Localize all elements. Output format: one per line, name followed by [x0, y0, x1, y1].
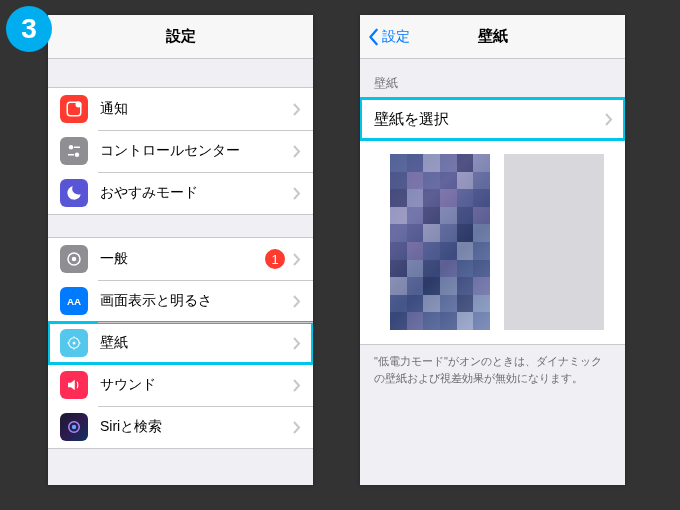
- chevron-right-icon: [293, 295, 301, 308]
- chevron-right-icon: [293, 337, 301, 350]
- row-label: おやすみモード: [100, 184, 293, 202]
- settings-row-control-center[interactable]: コントロールセンター: [48, 130, 313, 172]
- chevron-right-icon: [293, 145, 301, 158]
- svg-point-10: [73, 342, 76, 345]
- settings-screen: 設定 通知 コントロールセンター おやすみモード: [48, 15, 313, 485]
- svg-text:AA: AA: [67, 296, 81, 307]
- row-label: 壁紙を選択: [374, 110, 605, 129]
- row-label: 壁紙: [100, 334, 293, 352]
- row-label: Siriと検索: [100, 418, 293, 436]
- lock-screen-preview[interactable]: [390, 154, 490, 330]
- siri-icon: [60, 413, 88, 441]
- svg-point-2: [69, 145, 74, 150]
- chevron-right-icon: [293, 187, 301, 200]
- control-center-icon: [60, 137, 88, 165]
- svg-rect-5: [68, 154, 74, 156]
- back-button[interactable]: 設定: [368, 28, 410, 46]
- svg-point-7: [72, 257, 77, 262]
- chevron-right-icon: [293, 379, 301, 392]
- chevron-right-icon: [293, 421, 301, 434]
- row-label: 通知: [100, 100, 293, 118]
- chevron-right-icon: [293, 253, 301, 266]
- wallpaper-icon: [60, 329, 88, 357]
- back-label: 設定: [382, 28, 410, 46]
- settings-group-2: 一般 1 AA 画面表示と明るさ 壁紙 サウンド: [48, 237, 313, 449]
- navbar: 設定: [48, 15, 313, 59]
- step-badge: 3: [6, 6, 52, 52]
- display-icon: AA: [60, 287, 88, 315]
- settings-row-wallpaper[interactable]: 壁紙: [48, 322, 313, 364]
- svg-rect-3: [74, 147, 80, 149]
- svg-point-16: [72, 425, 77, 430]
- svg-point-4: [75, 153, 80, 158]
- settings-row-general[interactable]: 一般 1: [48, 238, 313, 280]
- dnd-icon: [60, 179, 88, 207]
- wallpaper-previews: [360, 140, 625, 345]
- svg-point-1: [76, 102, 82, 108]
- wallpaper-screen: 設定 壁紙 壁紙 壁紙を選択 "低電力モード"がオンのときは、ダイナミックの壁紙…: [360, 15, 625, 485]
- settings-group-1: 通知 コントロールセンター おやすみモード: [48, 87, 313, 215]
- sound-icon: [60, 371, 88, 399]
- settings-row-display[interactable]: AA 画面表示と明るさ: [48, 280, 313, 322]
- row-label: 画面表示と明るさ: [100, 292, 293, 310]
- notification-badge: 1: [265, 249, 285, 269]
- row-label: サウンド: [100, 376, 293, 394]
- navbar: 設定 壁紙: [360, 15, 625, 59]
- chevron-right-icon: [293, 103, 301, 116]
- footnote: "低電力モード"がオンのときは、ダイナミックの壁紙および視差効果が無効になります…: [360, 345, 625, 394]
- settings-row-sound[interactable]: サウンド: [48, 364, 313, 406]
- navbar-title: 設定: [48, 27, 313, 46]
- row-label: コントロールセンター: [100, 142, 293, 160]
- settings-row-do-not-disturb[interactable]: おやすみモード: [48, 172, 313, 214]
- home-screen-preview[interactable]: [504, 154, 604, 330]
- section-header: 壁紙: [360, 59, 625, 98]
- row-label: 一般: [100, 250, 265, 268]
- choose-wallpaper-row[interactable]: 壁紙を選択: [360, 98, 625, 140]
- settings-row-notifications[interactable]: 通知: [48, 88, 313, 130]
- settings-row-siri[interactable]: Siriと検索: [48, 406, 313, 448]
- chevron-left-icon: [368, 28, 380, 46]
- gear-icon: [60, 245, 88, 273]
- chevron-right-icon: [605, 113, 613, 126]
- notifications-icon: [60, 95, 88, 123]
